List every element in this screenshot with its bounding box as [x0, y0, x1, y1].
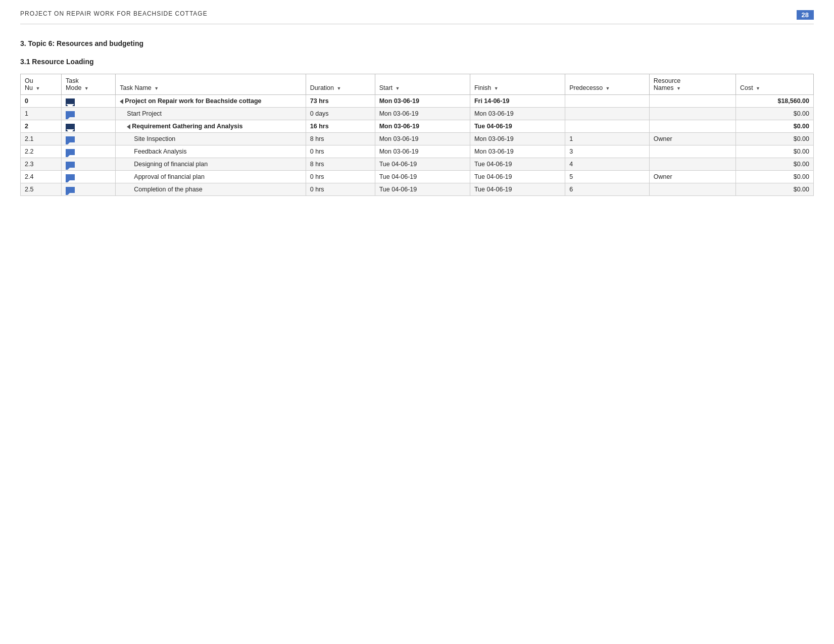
table-row: 1Start Project0 daysMon 03-06-19Mon 03-0…	[21, 108, 814, 120]
start-dropdown-arrow[interactable]: ▼	[396, 86, 400, 91]
page-title: PROJECT ON REPAIR WORK FOR BEACHSIDE COT…	[20, 10, 208, 17]
cell-start: Tue 04-06-19	[375, 171, 470, 183]
cell-resource: Owner	[649, 171, 735, 183]
cell-duration: 0 hrs	[306, 183, 375, 196]
resource-dropdown-arrow[interactable]: ▼	[676, 86, 681, 91]
mode-dropdown-arrow[interactable]: ▼	[84, 86, 89, 91]
cell-taskname: Site Inspection	[116, 133, 306, 145]
cell-cost: $0.00	[735, 158, 813, 171]
cell-ou: 2.4	[21, 171, 62, 183]
cell-ou: 2.2	[21, 145, 62, 158]
table-row: 2.4Approval of financial plan0 hrsTue 04…	[21, 171, 814, 183]
taskname-dropdown-arrow[interactable]: ▼	[154, 86, 159, 91]
cell-predecessor: 3	[565, 145, 650, 158]
table-row: 0Project on Repair work for Beachside co…	[21, 95, 814, 108]
col-header-duration[interactable]: Duration ▼	[306, 74, 375, 95]
cell-resource: Owner	[649, 133, 735, 145]
cell-taskname: Designing of financial plan	[116, 158, 306, 171]
table-row: 2.2Feedback Analysis0 hrsMon 03-06-19Mon…	[21, 145, 814, 158]
col-header-ou[interactable]: Ou Nu ▼	[21, 74, 62, 95]
cell-mode	[62, 108, 116, 120]
cell-taskname: Project on Repair work for Beachside cot…	[116, 95, 306, 108]
cell-taskname: Completion of the phase	[116, 183, 306, 196]
task-icon	[66, 174, 75, 180]
cell-finish: Fri 14-06-19	[470, 95, 565, 108]
cell-mode	[62, 183, 116, 196]
cell-cost: $18,560.00	[735, 95, 813, 108]
task-icon	[66, 162, 75, 168]
cell-mode	[62, 120, 116, 133]
project-table: Ou Nu ▼ Task Mode ▼ Task Name ▼ Duration…	[20, 74, 814, 196]
cell-ou: 1	[21, 108, 62, 120]
cell-mode	[62, 95, 116, 108]
task-icon	[66, 111, 75, 117]
table-row: 2.1Site Inspection8 hrsMon 03-06-19Mon 0…	[21, 133, 814, 145]
cell-resource	[649, 158, 735, 171]
cell-taskname: Approval of financial plan	[116, 171, 306, 183]
cell-start: Mon 03-06-19	[375, 133, 470, 145]
cell-resource	[649, 108, 735, 120]
finish-dropdown-arrow[interactable]: ▼	[494, 86, 499, 91]
cell-finish: Mon 03-06-19	[470, 145, 565, 158]
cell-ou: 2	[21, 120, 62, 133]
cell-cost: $0.00	[735, 183, 813, 196]
ou-dropdown-arrow[interactable]: ▼	[35, 86, 40, 91]
cell-mode	[62, 133, 116, 145]
cell-predecessor	[565, 95, 650, 108]
cell-duration: 0 hrs	[306, 145, 375, 158]
col-header-mode[interactable]: Task Mode ▼	[62, 74, 116, 95]
cell-finish: Tue 04-06-19	[470, 183, 565, 196]
col-header-cost[interactable]: Cost ▼	[735, 74, 813, 95]
cell-start: Mon 03-06-19	[375, 120, 470, 133]
cell-finish: Tue 04-06-19	[470, 158, 565, 171]
cell-ou: 2.3	[21, 158, 62, 171]
cell-predecessor: 1	[565, 133, 650, 145]
table-row: 2.5Completion of the phase0 hrsTue 04-06…	[21, 183, 814, 196]
cell-finish: Mon 03-06-19	[470, 108, 565, 120]
col-header-start[interactable]: Start ▼	[375, 74, 470, 95]
cell-predecessor: 4	[565, 158, 650, 171]
collapse-icon[interactable]	[120, 99, 123, 104]
cell-finish: Mon 03-06-19	[470, 133, 565, 145]
table-header-row: Ou Nu ▼ Task Mode ▼ Task Name ▼ Duration…	[21, 74, 814, 95]
col-header-taskname[interactable]: Task Name ▼	[116, 74, 306, 95]
cell-start: Mon 03-06-19	[375, 108, 470, 120]
col-header-resource[interactable]: Resource Names ▼	[649, 74, 735, 95]
summary-icon	[66, 124, 75, 129]
cell-ou: 0	[21, 95, 62, 108]
table-row: 2Requirement Gathering and Analysis16 hr…	[21, 120, 814, 133]
cell-predecessor: 5	[565, 171, 650, 183]
cell-finish: Tue 04-06-19	[470, 120, 565, 133]
cell-cost: $0.00	[735, 133, 813, 145]
cell-predecessor	[565, 120, 650, 133]
col-header-predecessor[interactable]: Predecesso ▼	[565, 74, 650, 95]
section-heading-2: 3.1 Resource Loading	[20, 58, 814, 66]
duration-dropdown-arrow[interactable]: ▼	[337, 86, 341, 91]
cell-duration: 8 hrs	[306, 133, 375, 145]
cost-dropdown-arrow[interactable]: ▼	[756, 86, 760, 91]
cell-start: Tue 04-06-19	[375, 183, 470, 196]
cell-taskname: Feedback Analysis	[116, 145, 306, 158]
cell-duration: 16 hrs	[306, 120, 375, 133]
page-number: 28	[797, 10, 814, 20]
col-header-finish[interactable]: Finish ▼	[470, 74, 565, 95]
cell-ou: 2.1	[21, 133, 62, 145]
cell-taskname: Requirement Gathering and Analysis	[116, 120, 306, 133]
cell-duration: 0 hrs	[306, 171, 375, 183]
summary-icon	[66, 98, 75, 104]
cell-resource	[649, 120, 735, 133]
predecessor-dropdown-arrow[interactable]: ▼	[606, 86, 610, 91]
collapse-icon[interactable]	[127, 124, 130, 129]
task-icon	[66, 187, 75, 193]
cell-cost: $0.00	[735, 108, 813, 120]
cell-finish: Tue 04-06-19	[470, 171, 565, 183]
cell-predecessor	[565, 108, 650, 120]
cell-resource	[649, 95, 735, 108]
task-icon	[66, 136, 75, 142]
cell-taskname: Start Project	[116, 108, 306, 120]
cell-cost: $0.00	[735, 145, 813, 158]
cell-duration: 8 hrs	[306, 158, 375, 171]
page-header: PROJECT ON REPAIR WORK FOR BEACHSIDE COT…	[20, 10, 814, 24]
cell-cost: $0.00	[735, 171, 813, 183]
table-row: 2.3Designing of financial plan8 hrsTue 0…	[21, 158, 814, 171]
